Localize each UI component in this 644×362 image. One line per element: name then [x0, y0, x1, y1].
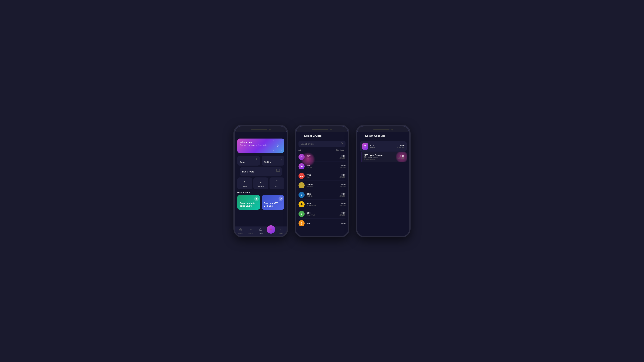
klv-main-handle: @klv_main_account: [364, 156, 394, 158]
whats-new-banner[interactable]: What's new Discover the changes in Kleve…: [237, 138, 284, 153]
doge-amount: 0.00: [337, 183, 346, 186]
nav-home[interactable]: Home: [256, 228, 266, 234]
crypto-item-bnb[interactable]: BNB BinanceCoin 0.00 = 0.00 USD: [298, 200, 346, 209]
marketplace-grid: T Book your hotel using Crypto ⊙ Buy you…: [237, 195, 284, 210]
dgb-amount: 0.00: [337, 193, 346, 195]
notch-bar: [251, 129, 267, 130]
crypto-item-trx[interactable]: TRX Tron 0.00 = 0.00 USD: [298, 171, 346, 181]
buy-crypto-card[interactable]: Buy Crypto: [240, 167, 282, 176]
portfolio-icon: [249, 228, 252, 232]
crypto-item-dgb[interactable]: D DGB DigiByte 0.00 = 0.00 USD: [298, 190, 346, 200]
staking-icon: ✎: [280, 158, 282, 161]
account-back-button[interactable]: ←: [360, 134, 363, 138]
hotel-label: Book your hotel using Crypto: [240, 202, 258, 207]
sort-fiat[interactable]: Fiat Value ↕: [336, 149, 346, 151]
nav-center-action[interactable]: [266, 228, 276, 234]
search-icon: [341, 142, 343, 145]
notch-dot-3: [392, 129, 393, 130]
buy-crypto-label: Buy Crypto: [242, 170, 254, 173]
nft-domains-card[interactable]: ⊙ Buy your NFT Domains: [262, 195, 284, 210]
doge-name: DOGE: [306, 183, 335, 186]
doge-value: 0.00 = 0.00 USD: [337, 183, 346, 187]
svg-marker-11: [302, 204, 303, 205]
klv-main-account-item[interactable]: KLV - Main Account @klv_main_account klv…: [361, 152, 407, 162]
send-icon: [242, 179, 247, 185]
btc-info: BTC: [306, 222, 340, 225]
browser-icon: [239, 228, 242, 232]
svg-marker-7: [300, 175, 303, 177]
notch-bar-3: [373, 129, 390, 130]
klv-info: KLV Klever: [306, 155, 335, 159]
klv-main-balance: 0.00: [396, 155, 404, 157]
search-input[interactable]: [301, 143, 339, 145]
crypto-item-klv-trc20[interactable]: KLV TRC20 0.00 = 0.00 USD: [298, 162, 346, 171]
crypto-item-btc[interactable]: ₿ BTC 0.00: [298, 219, 346, 228]
crypto-item-bch[interactable]: ₿ BCH BitcoinCash 0.00 = 0.00 USD: [298, 209, 346, 219]
pay-icon: [274, 179, 280, 185]
receive-button[interactable]: Receive: [254, 177, 268, 189]
trx-subname: Tron: [306, 176, 335, 178]
action-buttons-row: Send Receive: [235, 177, 287, 189]
bch-subname: BitcoinCash: [306, 214, 335, 216]
klv-trc20-name: KLV: [306, 164, 335, 167]
center-action-button[interactable]: [267, 225, 275, 234]
swap-nav-label: Swap: [279, 233, 283, 234]
marketplace-title: Marketplace: [237, 191, 284, 194]
svg-marker-10: [300, 204, 301, 205]
crypto-item-doge[interactable]: D DOGE Dogecoin 0.00 = 0.00 USD: [298, 181, 346, 190]
trx-usd: = 0.00 USD: [337, 176, 346, 178]
crypto-list: KLV Klever 0.00 = 0.00 USD: [296, 152, 348, 236]
phone-home: What's new Discover the changes in Kleve…: [234, 125, 288, 237]
portfolio-label: Portfolio: [248, 233, 253, 234]
menu-button[interactable]: [238, 134, 242, 136]
home-screen: What's new Discover the changes in Kleve…: [235, 132, 287, 236]
crypto-screen-header: ← Select Crypto: [296, 132, 348, 140]
search-bar[interactable]: [298, 141, 346, 147]
staking-card[interactable]: ✎ Staking: [262, 156, 284, 166]
pay-button[interactable]: Pay: [270, 177, 284, 189]
svg-rect-12: [301, 204, 302, 205]
nav-browser[interactable]: Browser: [236, 228, 246, 234]
nav-portfolio[interactable]: Portfolio: [246, 228, 256, 234]
send-button[interactable]: Send: [237, 177, 252, 189]
banner-decoration: 5: [273, 140, 282, 151]
home-icon: [259, 228, 262, 232]
klv-trc20-usd: = 0.00 USD: [337, 167, 346, 168]
dgb-logo: D: [298, 192, 304, 198]
klv-account-info: KLV Klever: [370, 144, 394, 148]
browser-label: Browser: [238, 233, 243, 234]
trx-logo: [298, 173, 304, 179]
svg-point-5: [270, 229, 272, 230]
doge-subname: Dogecoin: [306, 186, 335, 187]
doge-info: DOGE Dogecoin: [306, 183, 335, 187]
klv-amount: 0.00: [337, 155, 346, 157]
sort-az[interactable]: A/Z ↕: [298, 149, 303, 151]
select-crypto-screen: ← Select Crypto A/Z ↕ Fiat Value ↕: [296, 132, 348, 236]
klv-account-icon: [362, 143, 368, 150]
klv-name: KLV: [306, 155, 335, 157]
notch-home: [235, 126, 287, 132]
send-label: Send: [243, 186, 247, 187]
klv-usd: = 0.00 USD: [337, 157, 346, 159]
crypto-item-klv[interactable]: KLV Klever 0.00 = 0.00 USD: [298, 152, 346, 162]
account-header-klv[interactable]: KLV Klever 0.00 = 0.00 USD: [360, 141, 407, 152]
swap-card[interactable]: ↻ Swap: [237, 156, 260, 166]
main-account-wrapper: KLV - Main Account @klv_main_account klv…: [360, 152, 407, 162]
back-button[interactable]: ←: [299, 134, 302, 138]
klv-main-info: KLV - Main Account @klv_main_account klv…: [364, 154, 394, 160]
klv-account-value: 0.00 = 0.00 USD: [396, 144, 404, 148]
phone-select-account: ← Select Account KLV Klever: [356, 125, 410, 237]
klv-main-usd: = 0.00 USD: [396, 157, 404, 159]
nft-icon: ⊙: [278, 196, 283, 201]
klv-trc20-amount: 0.00: [337, 164, 346, 167]
hotel-icon: T: [254, 196, 259, 201]
swap-label: Swap: [240, 161, 258, 163]
klv-balance: 0.00: [396, 144, 404, 147]
svg-rect-1: [276, 170, 280, 170]
notch-account: [357, 126, 409, 132]
hotel-crypto-card[interactable]: T Book your hotel using Crypto: [237, 195, 260, 210]
trx-value: 0.00 = 0.00 USD: [337, 174, 346, 178]
nav-swap[interactable]: Swap: [276, 228, 286, 234]
phone-select-crypto: ← Select Crypto A/Z ↕ Fiat Value ↕: [295, 125, 349, 237]
swap-nav-icon: [280, 228, 283, 232]
